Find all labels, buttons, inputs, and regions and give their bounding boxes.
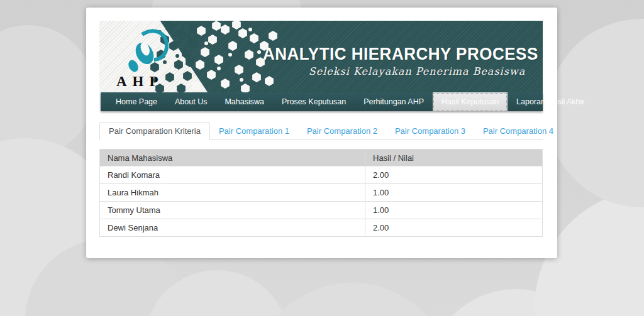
student-name-cell: Tommy Utama — [100, 202, 365, 219]
banner-title-block: ANALYTIC HIERARCHY PROCESS Seleksi Kelay… — [263, 43, 533, 77]
ahp-logo-icon — [118, 26, 172, 76]
result-value-cell: 2.00 — [365, 166, 543, 184]
app-banner: AHP ANALYTIC HIERARCHY PROCESS Seleksi K… — [99, 21, 543, 92]
nav-item-proses-keputusan[interactable]: Proses Keputusan — [273, 92, 355, 111]
tab-pair-comparation-kriteria[interactable]: Pair Comparation Kriteria — [99, 122, 210, 140]
result-value-cell: 1.00 — [365, 202, 543, 219]
student-name-cell: Randi Komara — [100, 166, 365, 184]
tab-pair-comparation-4[interactable]: Pair Comparation 4 — [474, 122, 562, 140]
results-table: Nama MahasiswaHasil / Nilai Randi Komara… — [99, 149, 543, 237]
app-subtitle: Seleksi Kelayakan Penerima Beasiswa — [263, 65, 533, 77]
column-header-nama-mahasiswa: Nama Mahasiswa — [100, 150, 365, 166]
nav-item-hasil-keputusan[interactable]: Hasil Keputusan — [433, 92, 508, 111]
student-name-cell: Dewi Senjana — [100, 219, 365, 237]
table-row: Tommy Utama1.00 — [100, 202, 543, 219]
desktop-background: { "banner": { "logo_text": "AHP", "title… — [0, 0, 644, 316]
page-card: AHP ANALYTIC HIERARCHY PROCESS Seleksi K… — [86, 8, 557, 258]
background-cloud — [547, 19, 644, 207]
nav-item-perhitungan-ahp[interactable]: Perhitungan AHP — [355, 92, 433, 111]
table-row: Randi Komara2.00 — [100, 166, 543, 184]
student-name-cell: Laura Hikmah — [100, 184, 365, 202]
main-nav: Home PageAbout UsMahasiswaProses Keputus… — [101, 92, 543, 111]
table-row: Dewi Senjana2.00 — [100, 219, 543, 237]
tab-bar: Pair Comparation KriteriaPair Comparatio… — [99, 122, 543, 140]
nav-item-home-page[interactable]: Home Page — [107, 92, 166, 111]
table-row: Laura Hikmah1.00 — [100, 184, 543, 202]
tab-pair-comparation-1[interactable]: Pair Comparation 1 — [210, 122, 298, 140]
table-header-row: Nama MahasiswaHasil / Nilai — [100, 150, 543, 166]
tab-pair-comparation-3[interactable]: Pair Comparation 3 — [386, 122, 474, 140]
result-value-cell: 2.00 — [365, 219, 543, 237]
ahp-logo-text: AHP — [116, 74, 186, 90]
nav-item-mahasiswa[interactable]: Mahasiswa — [216, 92, 273, 111]
nav-item-about-us[interactable]: About Us — [166, 92, 216, 111]
background-cloud — [252, 283, 453, 316]
nav-item-laporan-hasil-akhir[interactable]: Laporan Hasil Akhir — [508, 92, 593, 111]
column-header-hasil-nilai: Hasil / Nilai — [365, 150, 543, 166]
app-title: ANALYTIC HIERARCHY PROCESS — [263, 43, 533, 64]
tab-pair-comparation-2[interactable]: Pair Comparation 2 — [298, 122, 386, 140]
background-cloud — [0, 25, 94, 157]
result-value-cell: 1.00 — [365, 184, 543, 202]
